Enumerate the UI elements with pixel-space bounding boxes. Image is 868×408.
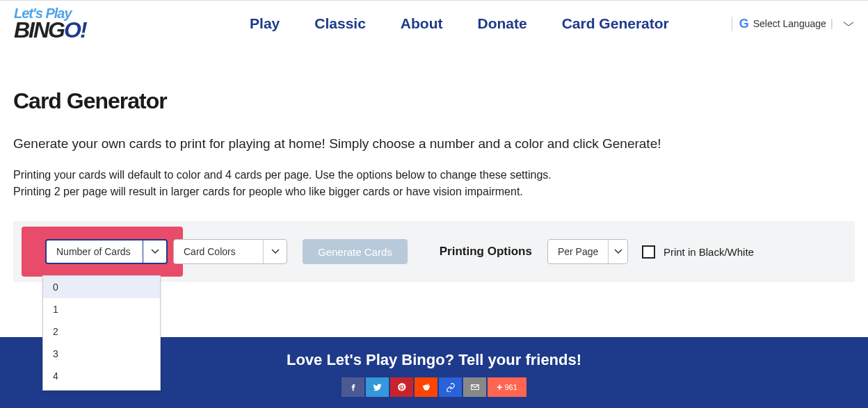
chevron-down-icon xyxy=(843,17,854,30)
reddit-icon[interactable] xyxy=(415,377,437,397)
bw-checkbox[interactable] xyxy=(642,245,655,259)
dropdown-option[interactable] xyxy=(43,387,160,390)
select-label: Number of Cards xyxy=(47,240,140,263)
main-nav: Play Classic About Donate Card Generator… xyxy=(250,15,854,32)
svg-point-2 xyxy=(422,386,424,387)
chevron-down-icon xyxy=(143,240,166,263)
email-icon[interactable] xyxy=(463,377,486,397)
google-icon: G xyxy=(739,17,749,31)
page-title: Card Generator xyxy=(13,88,855,114)
intro-text-1: Generate your own cards to print for pla… xyxy=(13,136,855,152)
language-label: Select Language xyxy=(753,18,826,29)
nav-play[interactable]: Play xyxy=(250,15,280,32)
number-dropdown[interactable]: 0 1 2 3 4 xyxy=(42,275,161,391)
select-label: Card Colors xyxy=(174,240,246,263)
select-label: Per Page xyxy=(548,240,608,263)
dropdown-option[interactable]: 3 xyxy=(43,343,160,365)
bw-checkbox-wrap[interactable]: Print in Black/White xyxy=(642,245,754,259)
dropdown-option[interactable]: 0 xyxy=(43,276,160,298)
per-page-select[interactable]: Per Page xyxy=(547,239,628,264)
bw-checkbox-label: Print in Black/White xyxy=(664,246,754,258)
main-content: Card Generator Generate your own cards t… xyxy=(0,88,868,282)
link-icon[interactable] xyxy=(439,377,462,397)
intro-text-2: Printing your cards will default to colo… xyxy=(13,167,855,200)
chevron-down-icon xyxy=(608,240,627,263)
printing-options-label: Printing Options xyxy=(440,245,532,259)
number-of-cards-select[interactable]: Number of Cards xyxy=(45,239,168,264)
generate-cards-button[interactable]: Generate Cards xyxy=(303,239,408,264)
dropdown-option[interactable]: 2 xyxy=(43,320,160,343)
svg-point-1 xyxy=(428,386,429,387)
card-colors-select[interactable]: Card Colors xyxy=(173,239,287,264)
svg-point-0 xyxy=(423,385,428,391)
nav-card-generator[interactable]: Card Generator xyxy=(562,15,669,32)
controls-bar: Number of Cards Card Colors Generate Car… xyxy=(13,221,855,282)
dropdown-option[interactable]: 1 xyxy=(43,298,160,320)
nav-classic[interactable]: Classic xyxy=(314,15,366,32)
twitter-icon[interactable] xyxy=(366,377,389,397)
language-selector[interactable]: G Select Language | xyxy=(732,17,854,31)
facebook-icon[interactable] xyxy=(341,377,364,397)
nav-about[interactable]: About xyxy=(401,15,443,32)
logo-bottom: BINGO! xyxy=(14,19,86,41)
pinterest-icon[interactable] xyxy=(390,377,413,397)
nav-donate[interactable]: Donate xyxy=(478,15,527,32)
header: Let's Play BINGO! Play Classic About Don… xyxy=(0,1,868,47)
logo[interactable]: Let's Play BINGO! xyxy=(14,6,86,41)
chevron-down-icon xyxy=(263,240,287,263)
addthis-share[interactable]: + 961 xyxy=(488,377,527,397)
dropdown-option[interactable]: 4 xyxy=(43,365,160,387)
plus-icon: + xyxy=(497,382,502,393)
share-count: 961 xyxy=(504,383,517,391)
